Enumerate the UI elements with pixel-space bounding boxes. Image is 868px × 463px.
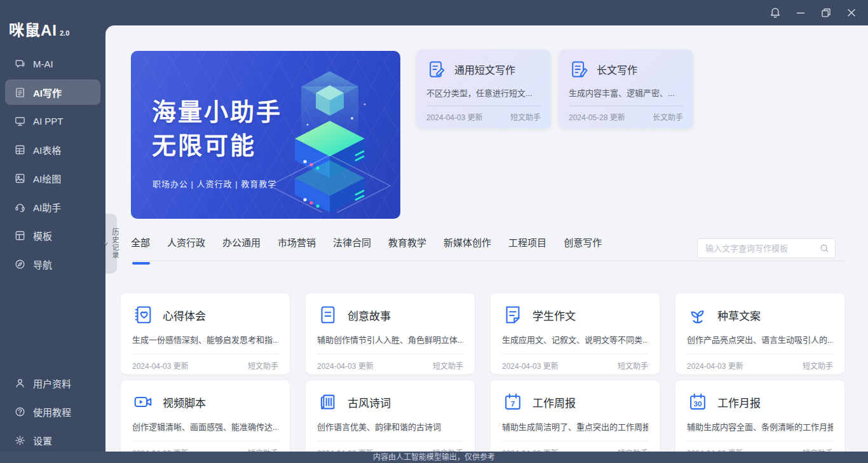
sidebar-item-label: 用户资料	[33, 377, 71, 390]
help-icon	[14, 406, 26, 418]
template-search	[697, 238, 836, 258]
template-card[interactable]: 7工作周报辅助生成简洁明了、重点突出的工作周报2024-04-03 更新短文助手	[491, 380, 660, 452]
sidebar-item-导航[interactable]: 导航	[5, 250, 100, 279]
featured-card-tag: 长文助手	[653, 111, 683, 122]
tab-法律合同[interactable]: 法律合同	[333, 235, 371, 254]
tab-办公通用[interactable]: 办公通用	[222, 235, 261, 254]
doc-pencil-icon	[426, 59, 447, 79]
history-drawer-tab[interactable]: 历史记录 >	[105, 214, 117, 273]
tab-人资行政[interactable]: 人资行政	[167, 235, 205, 254]
divider	[317, 354, 463, 354]
template-card-date: 2024-04-03 更新	[687, 360, 743, 371]
template-card[interactable]: 古风诗词创作语言优美、韵律和谐的古诗词2024-04-03 更新短文助手	[306, 380, 475, 452]
divider	[569, 106, 683, 106]
sidebar: M-AIAI写作AI PPTAI表格AI绘图AI助手模板导航 用户资料使用教程设…	[0, 0, 105, 452]
sidebar-item-设置[interactable]: 设置	[5, 426, 100, 455]
featured-card-desc: 生成内容丰富、逻辑严密、...	[569, 86, 683, 99]
video-icon	[132, 391, 154, 413]
template-card-date: 2024-04-03 更新	[687, 447, 743, 452]
template-card-desc: 生成应用文、记叙文、说明文等不同类...	[502, 333, 648, 345]
table-icon	[14, 144, 26, 156]
template-card-desc: 辅助生成内容全面、条例清晰的工作月报	[687, 420, 833, 432]
template-card-date: 2024-04-03 更新	[132, 360, 189, 371]
tab-市场营销[interactable]: 市场营销	[278, 235, 316, 254]
sidebar-item-ai绘图[interactable]: AI绘图	[5, 164, 100, 193]
template-card-tag: 短文助手	[433, 447, 463, 452]
sidebar-item-用户资料[interactable]: 用户资料	[5, 369, 100, 397]
template-card[interactable]: 视频脚本创作逻辑清晰、画面感强、能准确传达...2024-04-03 更新短文助…	[121, 380, 290, 452]
tab-工程项目[interactable]: 工程项目	[508, 235, 546, 254]
template-card-title: 心得体会	[163, 307, 206, 323]
template-icon	[14, 230, 26, 242]
close-button[interactable]	[845, 6, 858, 19]
template-grid: 心得体会生成一份感悟深刻、能够启发思考和指...2024-04-03 更新短文助…	[121, 293, 845, 452]
tab-新媒体创作[interactable]: 新媒体创作	[444, 235, 491, 254]
assistant-icon	[14, 201, 26, 213]
template-card-title: 创意故事	[348, 307, 391, 323]
write-icon	[14, 86, 26, 99]
featured-card[interactable]: 通用短文写作不区分类型，任意进行短文...2024-04-03 更新短文助手	[416, 50, 551, 128]
sidebar-item-模板[interactable]: 模板	[5, 221, 100, 250]
tab-创意写作[interactable]: 创意写作	[564, 235, 602, 254]
template-card-date: 2024-04-03 更新	[502, 360, 559, 371]
sidebar-item-ai表格[interactable]: AI表格	[5, 135, 100, 164]
sidebar-item-label: AI写作	[33, 86, 62, 99]
template-card-tag: 短文助手	[248, 447, 278, 452]
sidebar-item-ai写作[interactable]: AI写作	[5, 79, 100, 105]
template-card[interactable]: 创意故事辅助创作情节引人入胜、角色鲜明立体...2024-04-03 更新短文助…	[306, 293, 475, 374]
template-card-date: 2024-04-03 更新	[317, 447, 374, 452]
promo-banner[interactable]: 海量小助手 无限可能 职场办公 | 人资行政 | 教育教学	[131, 51, 400, 219]
template-card[interactable]: 种草文案创作产品亮点突出、语言生动吸引人的...2024-04-03 更新短文助…	[675, 293, 844, 374]
sidebar-item-label: 使用教程	[33, 405, 71, 418]
template-card-desc: 创作产品亮点突出、语言生动吸引人的...	[687, 333, 833, 345]
sidebar-item-label: M-AI	[33, 59, 53, 69]
sidebar-item-ai助手[interactable]: AI助手	[5, 193, 100, 221]
template-card[interactable]: 心得体会生成一份感悟深刻、能够启发思考和指...2024-04-03 更新短文助…	[121, 293, 290, 374]
disclaimer-text: 内容由人工智能模型输出，仅供参考	[373, 453, 495, 462]
chat-icon	[14, 58, 26, 70]
divider	[502, 441, 648, 441]
sidebar-item-label: AI绘图	[33, 172, 61, 185]
sidebar-item-label: AI助手	[33, 200, 61, 214]
content-panel: 海量小助手 无限可能 职场办公 | 人资行政 | 教育教学	[105, 25, 868, 452]
category-tabs: 全部人资行政办公通用市场营销法律合同教育教学新媒体创作工程项目创意写作	[131, 235, 602, 254]
notebook-heart-icon	[132, 304, 154, 326]
template-card[interactable]: 30工作月报辅助生成内容全面、条例清晰的工作月报2024-04-03 更新短文助…	[675, 380, 844, 452]
scroll-icon	[317, 391, 339, 413]
maximize-restore-button[interactable]	[820, 6, 832, 19]
chevron-right-icon: >	[102, 242, 110, 246]
template-card-desc: 辅助生成简洁明了、重点突出的工作周报	[502, 420, 648, 432]
template-card-tag: 短文助手	[618, 360, 648, 371]
sidebar-item-使用教程[interactable]: 使用教程	[5, 397, 100, 426]
tab-全部[interactable]: 全部	[131, 235, 150, 254]
user-icon	[14, 377, 26, 389]
sidebar-item-label: AI表格	[33, 143, 61, 156]
server-stack-illustration	[263, 60, 397, 212]
divider	[317, 441, 463, 441]
notification-bell-icon[interactable]	[769, 6, 782, 19]
template-card-title: 种草文案	[717, 307, 761, 323]
sidebar-item-ai-ppt[interactable]: AI PPT	[5, 107, 100, 135]
essay-doc-icon	[502, 304, 524, 326]
history-tab-label: 历史记录	[110, 228, 120, 259]
sidebar-menu: M-AIAI写作AI PPTAI表格AI绘图AI助手模板导航	[0, 50, 105, 279]
banner-subtitle: 职场办公 | 人资行政 | 教育教学	[153, 177, 276, 190]
template-card-tag: 短文助手	[433, 360, 463, 371]
featured-card-title: 通用短文写作	[454, 62, 515, 77]
sidebar-item-m-ai[interactable]: M-AI	[5, 50, 100, 78]
compass-icon	[14, 258, 26, 270]
search-input[interactable]	[697, 238, 836, 258]
sidebar-item-label: 导航	[33, 258, 52, 271]
template-card-desc: 辅助创作情节引人入胜、角色鲜明立体...	[317, 333, 463, 345]
template-card-tag: 短文助手	[618, 447, 648, 452]
template-card[interactable]: 学生作文生成应用文、记叙文、说明文等不同类...2024-04-03 更新短文助…	[491, 293, 660, 374]
sidebar-item-label: 模板	[33, 229, 52, 242]
featured-card-date: 2024-04-03 更新	[426, 111, 483, 122]
search-icon[interactable]	[819, 243, 830, 254]
svg-text:30: 30	[693, 399, 702, 408]
sidebar-item-label: AI PPT	[33, 116, 64, 127]
minimize-button[interactable]	[794, 6, 807, 19]
divider	[132, 354, 278, 354]
featured-card[interactable]: 长文写作生成内容丰富、逻辑严密、...2024-05-28 更新长文助手	[559, 50, 693, 128]
tab-教育教学[interactable]: 教育教学	[388, 235, 426, 254]
